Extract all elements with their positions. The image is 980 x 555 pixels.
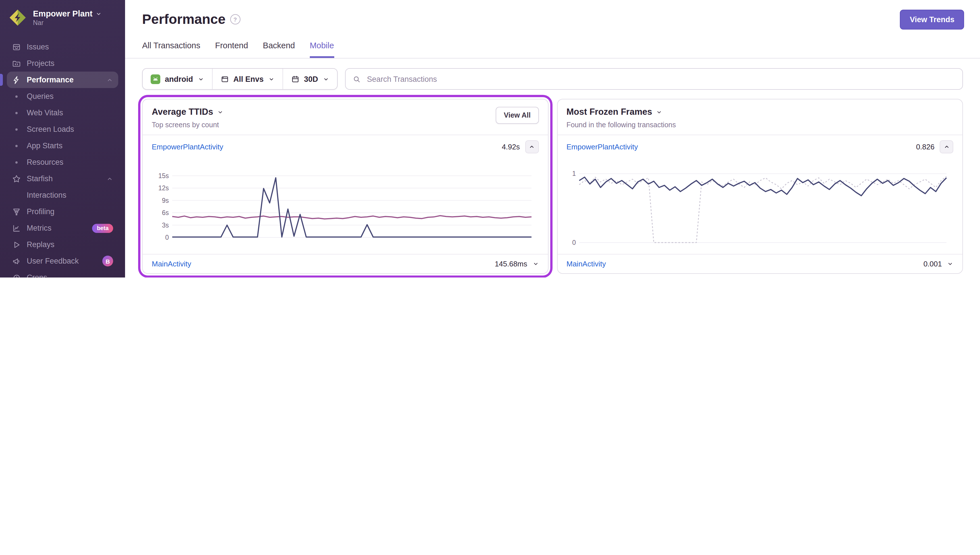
sidebar-item-label: App Starts	[27, 141, 63, 150]
sidebar-item-label: Metrics	[27, 224, 51, 233]
date-range-filter[interactable]: 30D	[283, 69, 337, 89]
ttid-value: 4.92s	[502, 143, 520, 151]
frozen-chart-area: 10	[557, 159, 962, 254]
svg-text:0: 0	[165, 234, 169, 241]
transaction-link[interactable]: MainActivity	[567, 260, 606, 268]
sidebar-item-profiling[interactable]: Profiling	[7, 204, 118, 220]
org-name: Empower Plant	[33, 9, 93, 18]
environment-filter[interactable]: All Envs	[212, 69, 283, 89]
sidebar-item-starfish[interactable]: Starfish	[7, 170, 118, 187]
main-content: Performance ? View Trends All Transactio…	[125, 0, 980, 278]
date-range-label: 30D	[304, 75, 318, 83]
sidebar-item-performance[interactable]: Performance	[7, 72, 118, 88]
sidebar: Empower Plant Nar IssuesProjectsPerforma…	[0, 0, 125, 278]
frozen-value: 0.001	[924, 260, 942, 268]
environment-window-icon	[220, 75, 229, 83]
sidebar-item-projects[interactable]: Projects	[7, 55, 118, 72]
frozen-row-empowerplantactivity: EmpowerPlantActivity 0.826	[557, 135, 962, 159]
frozen-widget-title-dropdown[interactable]: Most Frozen Frames	[567, 107, 676, 117]
expand-chevron-down-icon[interactable]	[532, 261, 538, 267]
transaction-link[interactable]: EmpowerPlantActivity	[152, 143, 223, 151]
mid-widgets-row: Transactions Per Minute 0.494 Compared t…	[125, 274, 980, 278]
collapse-chevron-up-icon[interactable]	[525, 140, 538, 153]
performance-page: Empower Plant Nar IssuesProjectsPerforma…	[0, 0, 980, 278]
sidebar-item-issues[interactable]: Issues	[7, 38, 118, 55]
sidebar-item-metrics[interactable]: Metricsbeta	[7, 220, 118, 236]
calendar-icon	[291, 75, 300, 83]
environment-filter-label: All Envs	[233, 75, 264, 83]
ttid-widget-title-dropdown[interactable]: Average TTIDs	[152, 107, 223, 117]
search-input[interactable]	[366, 74, 956, 84]
search-icon	[352, 75, 361, 83]
tab-frontend[interactable]: Frontend	[215, 41, 248, 58]
top-widgets-row: Average TTIDs Top screens by count View …	[125, 90, 980, 274]
badge-beta: beta	[92, 223, 113, 233]
frozen-widget-title: Most Frozen Frames	[567, 107, 652, 117]
sidebar-item-label: Interactions	[27, 191, 66, 199]
page-help-icon[interactable]: ?	[230, 14, 240, 24]
transaction-link[interactable]: EmpowerPlantActivity	[567, 143, 638, 151]
chevron-up-icon	[106, 175, 113, 182]
bullet-icon	[15, 128, 18, 130]
sidebar-item-label: Web Vitals	[27, 109, 63, 117]
bullet-icon	[15, 95, 18, 98]
page-filter-group: android All Envs 30D	[142, 68, 337, 90]
sidebar-item-label: Resources	[27, 158, 63, 167]
project-filter[interactable]: android	[143, 69, 212, 89]
svg-text:1: 1	[572, 170, 575, 177]
svg-text:15s: 15s	[158, 172, 169, 180]
bullet-icon	[15, 144, 18, 147]
chevron-down-icon	[198, 76, 204, 82]
transaction-link[interactable]: MainActivity	[152, 260, 191, 268]
average-ttids-widget: Average TTIDs Top screens by count View …	[142, 99, 548, 274]
frozen-row-mainactivity: MainActivity 0.001	[557, 254, 962, 273]
project-filter-label: android	[165, 75, 193, 83]
tab-all-transactions[interactable]: All Transactions	[142, 41, 200, 58]
performance-icon	[12, 75, 21, 84]
ttid-chart-area: 15s12s9s6s3s0	[143, 159, 548, 254]
sidebar-item-web-vitals[interactable]: Web Vitals	[7, 104, 118, 121]
frozen-value: 0.826	[916, 143, 935, 151]
sidebar-item-label: Replays	[27, 240, 55, 249]
sidebar-item-label: Queries	[27, 92, 54, 101]
sidebar-item-user-feedback[interactable]: User FeedbackB	[7, 253, 118, 269]
android-project-icon	[151, 74, 160, 84]
tab-mobile[interactable]: Mobile	[310, 41, 334, 58]
view-trends-button[interactable]: View Trends	[900, 10, 964, 29]
frozen-frames-chart: 10	[566, 164, 949, 247]
sidebar-item-label: Profiling	[27, 207, 55, 216]
sidebar-item-interactions[interactable]: Interactions	[7, 187, 118, 204]
bullet-icon	[15, 161, 18, 163]
feedback-icon	[12, 257, 21, 266]
view-all-button[interactable]: View All	[496, 107, 539, 124]
sidebar-item-label: User Feedback	[27, 257, 79, 265]
sidebar-item-screen-loads[interactable]: Screen Loads	[7, 121, 118, 138]
performance-tabs: All TransactionsFrontendBackendMobile	[142, 41, 963, 58]
ttid-value: 145.68ms	[495, 260, 527, 268]
org-chevron-down-icon	[95, 11, 102, 17]
sidebar-item-resources[interactable]: Resources	[7, 154, 118, 170]
sidebar-item-app-starts[interactable]: App Starts	[7, 138, 118, 154]
org-switcher[interactable]: Empower Plant Nar	[0, 0, 125, 33]
bullet-icon	[15, 112, 18, 114]
collapse-chevron-up-icon[interactable]	[940, 140, 953, 153]
filter-bar: android All Envs 30D	[125, 58, 980, 90]
sidebar-item-label: Performance	[27, 75, 74, 84]
starfish-icon	[12, 174, 21, 183]
tab-backend[interactable]: Backend	[263, 41, 295, 58]
sidebar-item-crons[interactable]: Crons	[7, 269, 118, 278]
sidebar-item-label: Crons	[27, 273, 47, 278]
sidebar-item-queries[interactable]: Queries	[7, 88, 118, 104]
sidebar-item-label: Projects	[27, 59, 55, 67]
org-logo	[8, 8, 27, 27]
svg-text:0: 0	[572, 239, 575, 246]
sidebar-nav: IssuesProjectsPerformanceQueriesWeb Vita…	[0, 33, 125, 278]
expand-chevron-down-icon[interactable]	[947, 261, 953, 267]
search-transactions[interactable]	[345, 68, 963, 90]
sidebar-item-replays[interactable]: Replays	[7, 236, 118, 253]
ttid-widget-subtitle: Top screens by count	[152, 121, 223, 129]
ttid-widget-title: Average TTIDs	[152, 107, 213, 117]
frozen-widget-subtitle: Found in the following transactions	[567, 121, 676, 129]
issues-icon	[12, 42, 21, 51]
page-title: Performance	[142, 11, 225, 27]
